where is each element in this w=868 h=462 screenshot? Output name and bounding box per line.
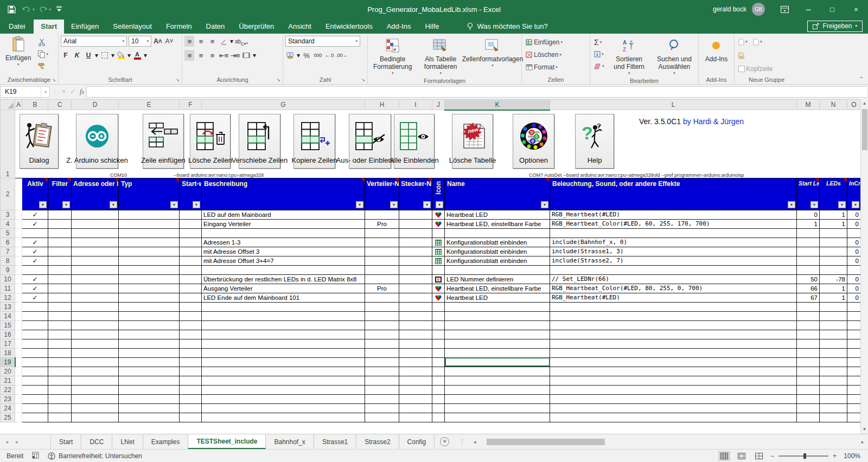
row-header[interactable]: 1 [1,110,15,178]
icon-cell[interactable] [432,385,445,394]
startwert-cell[interactable] [180,284,202,293]
stecker-cell[interactable] [399,293,432,302]
adresse-cell[interactable] [72,357,119,367]
stecker-cell[interactable] [399,247,432,256]
conditional-formatting-button[interactable]: ≠ Bedingte Formatierung ▾ [370,35,415,78]
adresse-cell[interactable] [72,320,119,330]
incnt-cell[interactable]: 0 [847,238,861,247]
verteiler-cell[interactable] [365,311,399,320]
underline-icon[interactable]: U [84,50,93,61]
row-header[interactable]: 7 [1,247,15,256]
sort-filter-button[interactable]: AZ Sortieren und Filtern ▾ [608,35,650,78]
aktiv-cell[interactable]: ✓ [22,247,48,256]
zoom-slider-thumb[interactable] [803,453,806,459]
aktiv-cell[interactable]: ✓ [22,284,48,293]
icon-cell[interactable] [432,330,445,339]
stecker-cell[interactable] [399,256,432,265]
startwert-cell[interactable] [180,413,202,422]
filter-dropdown-icon[interactable]: ▼ [390,201,398,208]
adresse-cell[interactable] [72,330,119,339]
start-lednr-cell[interactable]: 0 [797,210,820,219]
name-cell[interactable] [445,357,550,367]
column-header-O[interactable]: O [847,100,861,110]
start-lednr-cell[interactable] [797,385,820,394]
increase-font-icon[interactable]: A˄ [153,36,163,47]
row-header[interactable]: 17 [1,339,15,348]
row-header[interactable]: 15 [1,320,15,330]
incnt-cell[interactable] [847,228,861,238]
number-format-select[interactable]: Standard▾ [285,36,360,47]
row-header[interactable]: 4 [1,219,15,228]
tab-start[interactable]: Start [34,20,64,34]
start-lednr-cell[interactable] [797,348,820,357]
leds-cell[interactable] [820,413,847,422]
aktiv-cell[interactable]: ✓ [22,256,48,265]
horizontal-scroll-thumb[interactable] [487,439,605,445]
cell[interactable] [15,293,22,302]
incnt-cell[interactable]: 0 [847,247,861,256]
verteiler-cell[interactable] [365,238,399,247]
cell[interactable] [15,238,22,247]
stecker-cell[interactable] [399,394,432,403]
collapse-ribbon-icon[interactable]: ⌃ [859,76,864,82]
column-header-I[interactable]: I [399,100,432,110]
beschreibung-cell[interactable]: mit Adresse Offset 3 [202,247,365,256]
row-header[interactable]: 18 [1,348,15,357]
table-header-leds[interactable]: LEDs▼ [820,178,847,210]
icon-cell[interactable] [432,247,445,256]
verteiler-cell[interactable] [365,376,399,385]
currency-icon[interactable] [285,50,295,61]
typ-cell[interactable] [119,367,180,376]
adresse-cell[interactable] [72,394,119,403]
filter-dropdown-icon[interactable]: ▼ [838,201,846,208]
adresse-cell[interactable] [72,339,119,348]
verteiler-cell[interactable] [365,274,399,284]
icon-cell[interactable] [432,256,445,265]
typ-cell[interactable] [119,348,180,357]
tab-daten[interactable]: Daten [199,20,232,34]
filter-cell[interactable] [48,394,72,403]
verteiler-cell[interactable] [365,265,399,274]
start-lednr-cell[interactable] [797,330,820,339]
leds-cell[interactable] [820,339,847,348]
typ-cell[interactable] [119,320,180,330]
aktiv-cell[interactable] [22,302,48,311]
stecker-cell[interactable] [399,265,432,274]
name-cell[interactable]: Heartbeat LED [445,210,550,219]
filter-dropdown-icon[interactable]: ▼ [62,201,70,208]
stecker-cell[interactable] [399,385,432,394]
start-lednr-cell[interactable] [797,339,820,348]
icon-cell[interactable] [432,238,445,247]
start-lednr-cell[interactable] [797,311,820,320]
help-button[interactable]: ?? Help [575,114,614,169]
leds-cell[interactable] [820,256,847,265]
effekt-cell[interactable] [550,339,797,348]
cell-styles-button[interactable]: Zellenformatvorlagen ▾ [466,35,519,70]
startwert-cell[interactable] [180,238,202,247]
beschreibung-cell[interactable] [202,394,365,403]
increase-decimal-icon[interactable]: ←.0 [324,50,334,61]
incnt-cell[interactable] [847,339,861,348]
start-lednr-cell[interactable] [797,413,820,422]
align-right-icon[interactable]: ≡ [207,50,217,61]
stecker-cell[interactable] [399,403,432,413]
arduino-send-button[interactable]: Z. Arduino schicken [76,114,118,169]
filter-cell[interactable] [48,403,72,413]
icon-cell[interactable] [432,219,445,228]
beschreibung-cell[interactable] [202,403,365,413]
filter-cell[interactable] [48,302,72,311]
filter-dropdown-icon[interactable]: ▼ [110,201,117,208]
aktiv-cell[interactable] [22,228,48,238]
effekt-cell[interactable] [550,357,797,367]
find-select-button[interactable]: Suchen und Auswählen ▾ [653,35,696,78]
row-header[interactable]: 9 [1,265,15,274]
effekt-cell[interactable]: include(Bahnhof_x, 0) [550,238,797,247]
typ-cell[interactable] [119,394,180,403]
zoom-level[interactable]: 100% [842,452,860,460]
cell[interactable] [15,348,22,357]
leds-cell[interactable] [820,238,847,247]
tab-ansicht[interactable]: Ansicht [281,20,318,34]
filter-dropdown-icon[interactable]: ▼ [788,201,795,208]
table-header-effekte[interactable]: Beleuchtung, Sound, oder andere Effekte▼ [550,178,797,210]
column-header-E[interactable]: E [119,100,180,110]
